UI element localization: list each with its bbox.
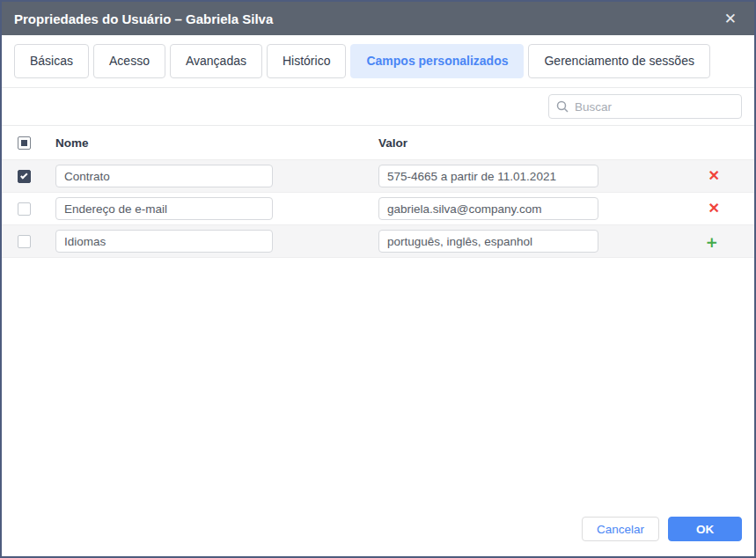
delete-row-icon[interactable]: ✕ [708, 169, 720, 183]
action-cell: ＋ [598, 233, 742, 250]
content-filler [2, 258, 754, 510]
dialog-titlebar: Propriedades do Usuário – Gabriela Silva… [2, 2, 754, 35]
indeterminate-mark-icon [21, 140, 27, 146]
search-input[interactable] [575, 100, 734, 114]
tab-historico[interactable]: Histórico [267, 44, 346, 78]
check-mark-icon [20, 172, 27, 179]
action-cell: ✕ [598, 202, 742, 216]
row-checkbox-cell [18, 170, 55, 183]
row-checkbox[interactable] [18, 202, 31, 216]
row-checkbox[interactable] [18, 235, 31, 248]
name-cell [55, 230, 273, 253]
tab-campos-personalizados[interactable]: Campos personalizados [350, 44, 524, 78]
ok-button[interactable]: OK [668, 517, 742, 541]
column-header-valor: Valor [378, 136, 742, 150]
row-checkbox-cell [18, 202, 55, 216]
tab-bar: Básicas Acesso Avançadas Histórico Campo… [2, 35, 754, 88]
table-header: Nome Valor [2, 126, 754, 160]
tab-avancadas[interactable]: Avançadas [170, 44, 262, 78]
search-box[interactable] [548, 94, 742, 119]
value-field[interactable] [378, 165, 598, 187]
name-cell [55, 165, 273, 187]
delete-row-icon[interactable]: ✕ [708, 202, 720, 216]
table-row: ✕ [2, 160, 754, 193]
tab-acesso[interactable]: Acesso [93, 44, 165, 78]
search-toolbar [2, 88, 754, 126]
close-icon[interactable]: ✕ [719, 10, 742, 28]
value-cell [378, 165, 598, 187]
add-row-icon[interactable]: ＋ [703, 233, 720, 250]
name-field[interactable] [55, 197, 273, 220]
value-field[interactable] [378, 230, 598, 253]
table-row: ＋ [2, 225, 754, 258]
value-field[interactable] [378, 197, 598, 220]
tab-gerenciamento-de-sessoes[interactable]: Gerenciamento de sessões [528, 44, 709, 78]
column-header-nome: Nome [55, 136, 273, 150]
row-checkbox[interactable] [18, 170, 31, 183]
name-field[interactable] [55, 165, 273, 187]
search-icon [556, 100, 569, 113]
dialog-title: Propriedades do Usuário – Gabriela Silva [14, 11, 273, 26]
value-cell [378, 230, 598, 253]
row-checkbox-cell [18, 235, 55, 248]
dialog-footer: Cancelar OK [2, 510, 754, 556]
header-checkbox-cell [18, 136, 55, 150]
user-properties-dialog: Propriedades do Usuário – Gabriela Silva… [0, 0, 756, 558]
value-cell [378, 197, 598, 220]
action-cell: ✕ [598, 169, 742, 183]
select-all-checkbox[interactable] [18, 136, 31, 150]
name-cell [55, 197, 273, 220]
cancel-button[interactable]: Cancelar [582, 517, 659, 541]
name-field[interactable] [55, 230, 273, 253]
tab-basicas[interactable]: Básicas [14, 44, 89, 78]
table-row: ✕ [2, 193, 754, 225]
